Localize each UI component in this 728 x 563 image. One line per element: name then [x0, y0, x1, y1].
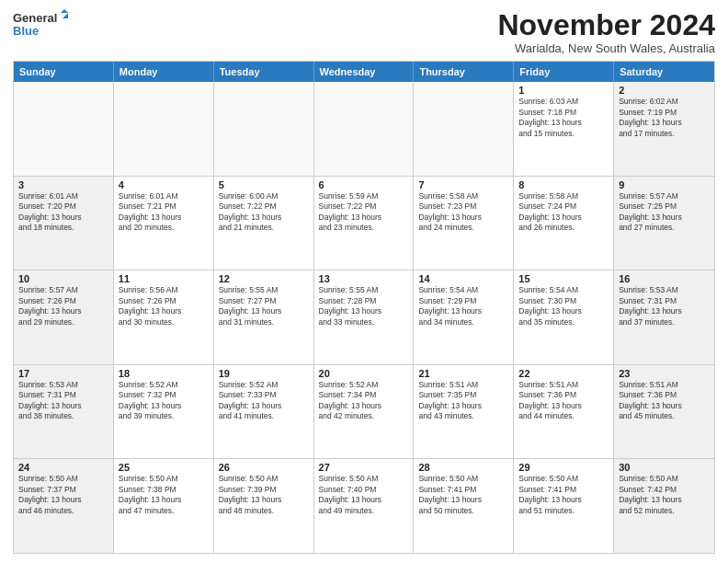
calendar-header-cell: Sunday: [14, 62, 114, 82]
day-number: 3: [18, 179, 108, 190]
calendar: SundayMondayTuesdayWednesdayThursdayFrid…: [13, 61, 715, 554]
calendar-cell: 11Sunrise: 5:56 AM Sunset: 7:26 PM Dayli…: [114, 270, 214, 364]
day-number: 2: [619, 85, 710, 96]
calendar-cell: 26Sunrise: 5:50 AM Sunset: 7:39 PM Dayli…: [214, 459, 314, 553]
calendar-row: 17Sunrise: 5:53 AM Sunset: 7:31 PM Dayli…: [14, 364, 714, 459]
day-info: Sunrise: 5:50 AM Sunset: 7:42 PM Dayligh…: [619, 474, 710, 516]
day-info: Sunrise: 5:53 AM Sunset: 7:31 PM Dayligh…: [619, 285, 710, 327]
logo: General Blue: [13, 9, 68, 42]
day-info: Sunrise: 5:57 AM Sunset: 7:25 PM Dayligh…: [619, 191, 710, 234]
day-number: 6: [319, 179, 409, 190]
day-info: Sunrise: 5:51 AM Sunset: 7:36 PM Dayligh…: [619, 380, 710, 422]
day-number: 5: [219, 179, 309, 190]
calendar-cell: 24Sunrise: 5:50 AM Sunset: 7:37 PM Dayli…: [14, 459, 114, 553]
day-info: Sunrise: 5:51 AM Sunset: 7:35 PM Dayligh…: [418, 380, 508, 422]
day-number: 8: [518, 179, 609, 190]
day-info: Sunrise: 5:59 AM Sunset: 7:22 PM Dayligh…: [319, 191, 409, 234]
calendar-cell: [14, 82, 114, 176]
calendar-cell: 19Sunrise: 5:52 AM Sunset: 7:33 PM Dayli…: [214, 365, 314, 459]
calendar-row: 3Sunrise: 6:01 AM Sunset: 7:20 PM Daylig…: [14, 176, 714, 270]
day-info: Sunrise: 6:01 AM Sunset: 7:21 PM Dayligh…: [119, 191, 209, 234]
calendar-cell: 23Sunrise: 5:51 AM Sunset: 7:36 PM Dayli…: [614, 365, 714, 459]
day-info: Sunrise: 5:53 AM Sunset: 7:31 PM Dayligh…: [18, 380, 108, 422]
day-number: 27: [319, 462, 409, 473]
calendar-cell: 25Sunrise: 5:50 AM Sunset: 7:38 PM Dayli…: [114, 459, 214, 553]
day-info: Sunrise: 6:01 AM Sunset: 7:20 PM Dayligh…: [18, 191, 108, 234]
calendar-cell: 5Sunrise: 6:00 AM Sunset: 7:22 PM Daylig…: [214, 177, 314, 270]
svg-text:General: General: [13, 11, 57, 25]
calendar-header-cell: Thursday: [414, 62, 514, 82]
calendar-cell: [214, 82, 314, 176]
day-number: 24: [18, 462, 108, 473]
day-info: Sunrise: 5:50 AM Sunset: 7:40 PM Dayligh…: [319, 474, 409, 516]
svg-marker-3: [63, 13, 68, 18]
calendar-cell: 9Sunrise: 5:57 AM Sunset: 7:25 PM Daylig…: [614, 177, 714, 270]
calendar-row: 1Sunrise: 6:03 AM Sunset: 7:18 PM Daylig…: [14, 82, 714, 176]
day-info: Sunrise: 6:03 AM Sunset: 7:18 PM Dayligh…: [518, 97, 609, 139]
day-info: Sunrise: 6:02 AM Sunset: 7:19 PM Dayligh…: [619, 97, 710, 139]
day-number: 22: [518, 368, 609, 379]
calendar-cell: 22Sunrise: 5:51 AM Sunset: 7:36 PM Dayli…: [514, 365, 614, 459]
calendar-cell: 1Sunrise: 6:03 AM Sunset: 7:18 PM Daylig…: [514, 82, 614, 176]
day-info: Sunrise: 5:54 AM Sunset: 7:29 PM Dayligh…: [418, 285, 508, 327]
day-info: Sunrise: 5:50 AM Sunset: 7:41 PM Dayligh…: [418, 474, 508, 516]
day-number: 26: [219, 462, 309, 473]
day-number: 14: [418, 273, 508, 284]
calendar-cell: 15Sunrise: 5:54 AM Sunset: 7:30 PM Dayli…: [514, 270, 614, 364]
calendar-header-cell: Saturday: [614, 62, 714, 82]
svg-text:Blue: Blue: [13, 24, 39, 38]
calendar-cell: 13Sunrise: 5:55 AM Sunset: 7:28 PM Dayli…: [314, 270, 415, 364]
day-info: Sunrise: 5:58 AM Sunset: 7:24 PM Dayligh…: [518, 191, 609, 234]
calendar-header-cell: Wednesday: [314, 62, 415, 82]
day-number: 17: [18, 368, 108, 379]
day-number: 11: [119, 273, 209, 284]
calendar-header-cell: Friday: [514, 62, 614, 82]
calendar-cell: 18Sunrise: 5:52 AM Sunset: 7:32 PM Dayli…: [114, 365, 214, 459]
calendar-cell: 4Sunrise: 6:01 AM Sunset: 7:21 PM Daylig…: [114, 177, 214, 270]
day-number: 18: [119, 368, 209, 379]
calendar-cell: 20Sunrise: 5:52 AM Sunset: 7:34 PM Dayli…: [314, 365, 415, 459]
calendar-body: 1Sunrise: 6:03 AM Sunset: 7:18 PM Daylig…: [14, 82, 714, 553]
calendar-cell: 10Sunrise: 5:57 AM Sunset: 7:26 PM Dayli…: [14, 270, 114, 364]
day-info: Sunrise: 5:52 AM Sunset: 7:32 PM Dayligh…: [119, 380, 209, 422]
calendar-cell: 17Sunrise: 5:53 AM Sunset: 7:31 PM Dayli…: [14, 365, 114, 459]
day-number: 4: [119, 179, 209, 190]
month-title: November 2024: [497, 9, 715, 41]
calendar-cell: 14Sunrise: 5:54 AM Sunset: 7:29 PM Dayli…: [414, 270, 514, 364]
calendar-header: SundayMondayTuesdayWednesdayThursdayFrid…: [14, 62, 714, 82]
calendar-row: 10Sunrise: 5:57 AM Sunset: 7:26 PM Dayli…: [14, 270, 714, 364]
day-number: 13: [319, 273, 409, 284]
calendar-header-cell: Tuesday: [214, 62, 314, 82]
day-info: Sunrise: 5:50 AM Sunset: 7:39 PM Dayligh…: [219, 474, 309, 516]
calendar-cell: [314, 82, 415, 176]
day-info: Sunrise: 5:50 AM Sunset: 7:37 PM Dayligh…: [18, 474, 108, 516]
day-info: Sunrise: 5:55 AM Sunset: 7:27 PM Dayligh…: [219, 285, 309, 327]
day-info: Sunrise: 5:58 AM Sunset: 7:23 PM Dayligh…: [418, 191, 508, 234]
day-number: 28: [418, 462, 508, 473]
day-info: Sunrise: 5:50 AM Sunset: 7:38 PM Dayligh…: [119, 474, 209, 516]
calendar-row: 24Sunrise: 5:50 AM Sunset: 7:37 PM Dayli…: [14, 458, 714, 553]
day-info: Sunrise: 6:00 AM Sunset: 7:22 PM Dayligh…: [219, 191, 309, 234]
day-number: 9: [619, 179, 710, 190]
day-number: 15: [518, 273, 609, 284]
calendar-cell: 28Sunrise: 5:50 AM Sunset: 7:41 PM Dayli…: [414, 459, 514, 553]
calendar-cell: 7Sunrise: 5:58 AM Sunset: 7:23 PM Daylig…: [414, 177, 514, 270]
calendar-cell: 27Sunrise: 5:50 AM Sunset: 7:40 PM Dayli…: [314, 459, 415, 553]
calendar-cell: 8Sunrise: 5:58 AM Sunset: 7:24 PM Daylig…: [514, 177, 614, 270]
day-number: 19: [219, 368, 309, 379]
day-number: 29: [518, 462, 609, 473]
day-info: Sunrise: 5:54 AM Sunset: 7:30 PM Dayligh…: [518, 285, 609, 327]
svg-marker-2: [61, 9, 68, 13]
calendar-cell: [414, 82, 514, 176]
calendar-cell: 6Sunrise: 5:59 AM Sunset: 7:22 PM Daylig…: [314, 177, 415, 270]
day-number: 7: [418, 179, 508, 190]
calendar-header-cell: Monday: [114, 62, 214, 82]
calendar-cell: 30Sunrise: 5:50 AM Sunset: 7:42 PM Dayli…: [614, 459, 714, 553]
day-info: Sunrise: 5:50 AM Sunset: 7:41 PM Dayligh…: [518, 474, 609, 516]
location-subtitle: Warialda, New South Wales, Australia: [497, 41, 715, 55]
day-info: Sunrise: 5:56 AM Sunset: 7:26 PM Dayligh…: [119, 285, 209, 327]
calendar-cell: 29Sunrise: 5:50 AM Sunset: 7:41 PM Dayli…: [514, 459, 614, 553]
day-info: Sunrise: 5:57 AM Sunset: 7:26 PM Dayligh…: [18, 285, 108, 327]
page-header: General Blue November 2024 Warialda, New…: [13, 9, 715, 55]
day-info: Sunrise: 5:52 AM Sunset: 7:34 PM Dayligh…: [319, 380, 409, 422]
